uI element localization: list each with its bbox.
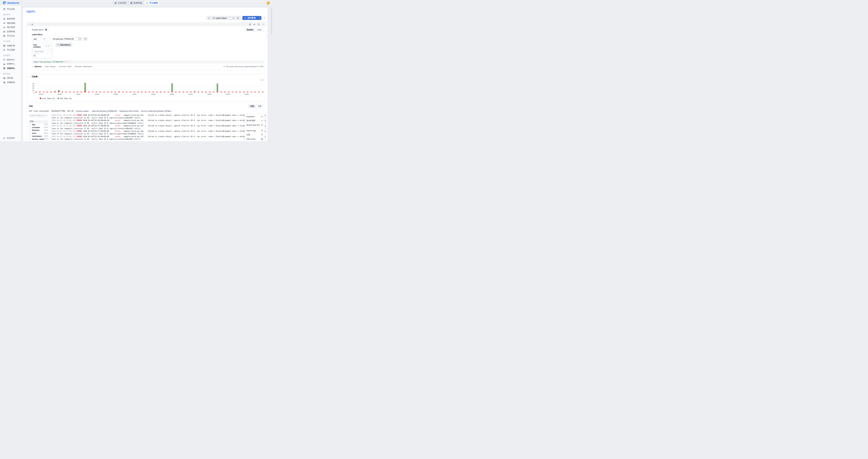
remove-filter-button[interactable] (78, 37, 82, 41)
close-icon[interactable] (50, 45, 51, 47)
duplicate-query-icon[interactable] (249, 24, 251, 26)
user-avatar[interactable] (267, 1, 270, 5)
sidebar-collapse-button[interactable]: 收起菜单 (0, 136, 21, 140)
extension-icon (3, 44, 5, 47)
nav-item-2[interactable]: 应用市场 (128, 1, 144, 5)
filter-op-select[interactable]: = (42, 37, 50, 41)
time-range-picker[interactable]: Last 1 hour (211, 16, 231, 20)
row-kebab-icon[interactable] (50, 119, 52, 124)
log-option-dedupe-filter-icon[interactable]: 去重 (245, 133, 265, 137)
sidebar-item[interactable]: 功能扩展 (0, 43, 21, 48)
log-option-expand-right-icon[interactable]: Expanded (245, 114, 265, 119)
options-label[interactable]: Options (34, 65, 42, 67)
log-row[interactable]: 2026-03-02 19:28:08.198 ERROR 2026-03-02… (50, 114, 266, 119)
sidebar-item[interactable]: 监控中心 (0, 58, 21, 62)
field-checkbox[interactable] (29, 138, 31, 140)
log-volume-chart[interactable]: 010203040 18:3018:3518:4018:4518:5018:55… (31, 83, 264, 99)
nav-item-3[interactable]: 平台管理 (144, 1, 160, 5)
field-checkbox[interactable] (29, 141, 31, 141)
explain-query-toggle[interactable] (45, 28, 50, 31)
run-query-button[interactable]: 运行查询 (242, 16, 261, 20)
field-row-service_name[interactable]: service_name100% (29, 137, 48, 141)
log-row[interactable]: 2026-03-02 19:26:08.197 ERROR 2026-03-02… (50, 141, 266, 141)
legend-item-error[interactable]: errorTotal: 137 (40, 97, 55, 99)
bar-error-segment (202, 92, 203, 92)
log-row[interactable]: 2026-03-02 19:27:08.198 ERROR 2026-03-02… (50, 130, 266, 135)
volume-bar (172, 83, 173, 92)
sidebar-item[interactable]: 流水线 (0, 76, 21, 81)
legend-item-info[interactable]: infoTotal: 122 (58, 97, 72, 99)
chevrons-right-icon: » (232, 17, 234, 19)
row-kebab-icon[interactable] (50, 135, 52, 141)
text-to-find-input[interactable] (33, 50, 51, 53)
bar-error-segment (262, 92, 264, 92)
add-line-filter-button[interactable] (33, 54, 36, 57)
field-checkbox[interactable] (29, 135, 31, 137)
target-icon[interactable] (48, 45, 49, 47)
time-forward-button[interactable]: » (231, 16, 236, 20)
toolbar-kebab-menu[interactable] (263, 16, 266, 20)
sidebar-item[interactable]: 平台总览 (0, 7, 21, 11)
sidebar-item[interactable]: 平台设置 (0, 48, 21, 52)
log-volume-header[interactable]: 日志卷 (27, 75, 266, 78)
row-kebab-icon[interactable] (50, 130, 52, 135)
filter-key-select[interactable]: app (32, 37, 41, 41)
volume-bar (228, 92, 229, 92)
log-option-search-icon[interactable]: Search logs (245, 128, 265, 133)
query-row-header[interactable]: A (27, 23, 266, 26)
field-row-namespace[interactable]: namespace100% (29, 135, 48, 137)
options-chevron-icon[interactable]: › (32, 65, 33, 68)
log-row[interactable]: 2026-03-02 19:28:08.198 ERROR 2026-03-02… (50, 119, 266, 124)
add-filter-button[interactable] (83, 37, 88, 41)
code-tab[interactable]: Code (255, 28, 264, 31)
sidebar-item[interactable]: 平台日志 (0, 34, 21, 38)
sidebar-item[interactable]: 集群管理 (0, 17, 21, 21)
fields-search-input[interactable] (29, 114, 46, 117)
field-checkbox[interactable] (29, 123, 31, 125)
sidebar-item[interactable]: 日志中心 (0, 66, 21, 70)
row-kebab-icon[interactable] (50, 114, 52, 119)
field-checkbox[interactable] (29, 126, 31, 128)
brand-logo[interactable]: Rainbond (3, 1, 19, 4)
field-row-filename[interactable]: filename100% (29, 129, 48, 132)
field-checkbox[interactable] (29, 129, 31, 131)
log-option-scroll-bottom-icon[interactable]: 滚动到底部 (245, 119, 265, 123)
log-option-filter-levels-icon[interactable]: Filter levelsLOG (245, 137, 265, 141)
log-row[interactable]: 2026-03-02 19:27:08.198 ERROR 2026-03-02… (50, 124, 266, 130)
field-checkbox[interactable] (29, 132, 31, 134)
field-row-stream[interactable]: stream100% (29, 141, 48, 141)
sidebar-item[interactable]: 灾难备份 (0, 80, 21, 85)
row-kebab-icon[interactable] (50, 125, 52, 130)
add-operations-button[interactable]: Operations (56, 43, 72, 47)
bar-error-segment (46, 92, 48, 92)
page-scrollbar[interactable] (271, 8, 272, 34)
time-back-button[interactable]: « (207, 16, 211, 20)
collapse-fields-icon[interactable] (47, 114, 48, 117)
time-zoom-out-button[interactable] (236, 16, 241, 20)
row-kebab-icon[interactable] (50, 141, 52, 141)
nav-item-1[interactable]: 工作空间 (113, 1, 128, 5)
chevron-down-icon[interactable] (43, 45, 45, 47)
info-icon[interactable] (45, 45, 47, 47)
hide-query-icon[interactable] (253, 24, 255, 26)
filter-value-select[interactable]: rbd-gateway-76fd6bbc94 (51, 37, 78, 41)
sidebar-item[interactable]: 告警中心 (0, 62, 21, 66)
field-row-container[interactable]: container100% (29, 126, 48, 129)
field-row-app[interactable]: app100% (29, 123, 48, 126)
sidebar-item[interactable]: 应用市场 (0, 30, 21, 34)
log-row[interactable]: 2026-03-02 19:26:08.197 ERROR 2026-03-02… (50, 135, 266, 141)
page-title: 日志中心 (26, 10, 266, 13)
drag-handle-icon[interactable] (262, 24, 264, 26)
field-row-level[interactable]: level100% (29, 132, 48, 135)
logs-tab[interactable]: 日志 (248, 105, 256, 108)
query-code-preview[interactable]: {app="rbd-gateway-76fd6bbc94"} |= `` (32, 60, 264, 64)
sidebar-item[interactable]: 用户管理 (0, 25, 21, 30)
sidebar-item[interactable]: 项目/团队 (0, 21, 21, 25)
run-query-caret[interactable] (257, 16, 261, 20)
table-tab[interactable]: 表格 (256, 105, 264, 108)
chart-plot[interactable]: 010203040 (35, 83, 264, 92)
log-option-sort-newest-icon[interactable]: Newest logs first (245, 123, 265, 127)
delete-query-icon[interactable] (258, 24, 260, 26)
run-query-main[interactable]: 运行查询 (242, 16, 257, 20)
builder-tab[interactable]: Builder (245, 28, 255, 31)
